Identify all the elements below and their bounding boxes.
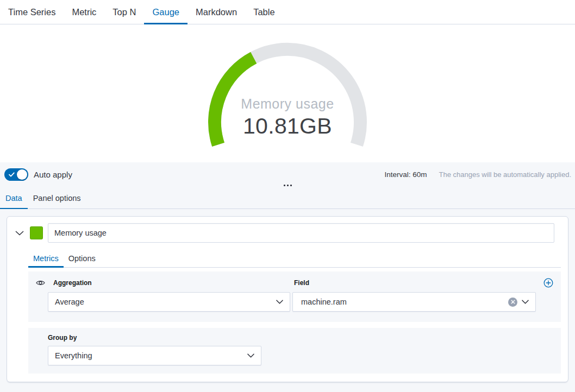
tab-time-series[interactable]: Time Series [0, 0, 64, 24]
series-collapse-button[interactable] [15, 231, 24, 236]
aggregation-value: Average [55, 298, 84, 306]
chevron-down-icon [522, 300, 529, 304]
tab-label: Table [253, 7, 274, 17]
tab-options[interactable]: Options [64, 251, 101, 267]
group-by-select[interactable]: Everything [48, 346, 261, 365]
tab-label: Metric [72, 7, 96, 17]
field-label: Field [292, 279, 536, 287]
tab-markdown[interactable]: Markdown [188, 0, 245, 24]
gauge-value: 10.81GB [243, 113, 332, 138]
series-color-swatch[interactable] [30, 226, 43, 239]
series-tabs: Metrics Options [28, 251, 561, 268]
tab-label: Time Series [8, 7, 55, 17]
panel-editor: Auto apply Interval: 60m The changes wil… [0, 162, 575, 392]
series-panel: Metrics Options Aggregation Field [7, 216, 568, 382]
check-icon [9, 172, 15, 177]
ellipsis-icon [287, 185, 289, 186]
series-name-input[interactable] [48, 223, 554, 243]
chevron-down-icon [276, 300, 283, 304]
cross-circle-icon [511, 300, 515, 304]
tab-label: Gauge [152, 7, 179, 17]
toolbar-right: Interval: 60m The changes will be automa… [384, 170, 571, 179]
field-value: machine.ram [301, 298, 347, 306]
aggregation-select[interactable]: Average [48, 292, 290, 312]
add-metric-button[interactable] [543, 278, 553, 288]
ellipsis-icon [290, 185, 292, 186]
ellipsis-icon [284, 185, 285, 186]
toggle-thumb [17, 169, 27, 180]
tsvb-editor: Time Series Metric Top N Gauge Markdown … [0, 0, 575, 392]
visualization-type-tabs: Time Series Metric Top N Gauge Markdown … [0, 0, 575, 24]
gauge-title: Memory usage [241, 96, 334, 111]
gauge-chart: Memory usage 10.81GB [206, 41, 369, 162]
chevron-down-icon [15, 231, 24, 236]
metric-row: Aggregation Field Average machine.r [28, 271, 561, 322]
field-combobox[interactable]: machine.ram [292, 292, 536, 312]
group-by-section: Group by Everything [28, 328, 561, 374]
tab-label: Data [5, 194, 22, 203]
group-by-label: Group by [48, 334, 553, 342]
tab-label: Top N [112, 7, 136, 17]
aggregation-label: Aggregation [48, 279, 292, 287]
chevron-down-icon [247, 353, 254, 358]
tab-label: Panel options [33, 194, 81, 203]
tab-gauge[interactable]: Gauge [144, 0, 188, 24]
auto-apply-note: The changes will be automatically applie… [439, 170, 571, 179]
tab-label: Metrics [33, 254, 59, 263]
tab-metric[interactable]: Metric [64, 0, 104, 24]
series-header [7, 217, 568, 243]
plus-circle-icon [543, 278, 553, 288]
tab-panel-options[interactable]: Panel options [28, 189, 86, 208]
auto-apply-toggle[interactable] [4, 168, 28, 181]
tab-top-n[interactable]: Top N [104, 0, 144, 24]
tab-label: Options [68, 254, 96, 263]
tab-table[interactable]: Table [245, 0, 283, 24]
eye-icon [36, 279, 45, 287]
gauge-preview-area: Memory usage 10.81GB [0, 24, 575, 162]
editor-tabs: Data Panel options [0, 189, 575, 209]
tab-label: Markdown [196, 7, 237, 17]
editor-toolbar: Auto apply Interval: 60m The changes wil… [0, 162, 575, 181]
panel-resize-handle[interactable] [0, 181, 575, 189]
auto-apply-label: Auto apply [34, 170, 72, 179]
interval-text: Interval: 60m [384, 170, 427, 179]
clear-field-button[interactable] [508, 298, 517, 307]
tab-metrics[interactable]: Metrics [28, 251, 64, 267]
group-by-value: Everything [55, 351, 92, 360]
tab-data[interactable]: Data [0, 189, 28, 208]
metric-visibility-button[interactable] [36, 279, 48, 287]
